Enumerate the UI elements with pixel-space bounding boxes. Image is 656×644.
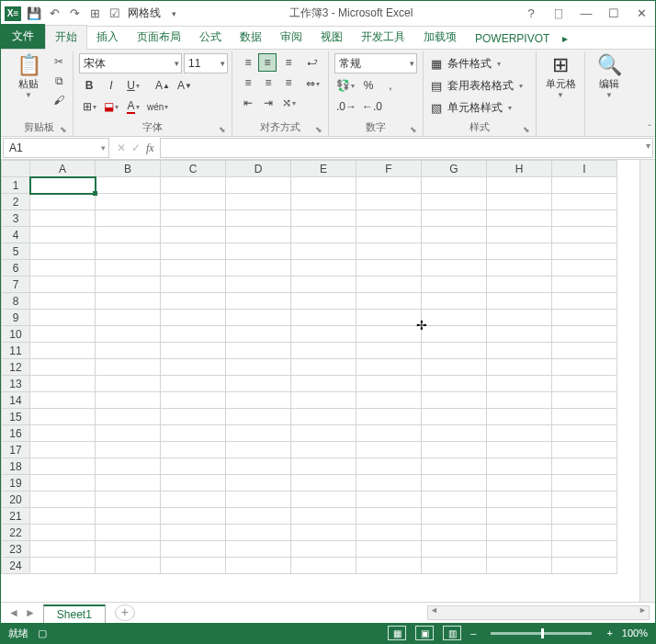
zoom-slider[interactable] — [491, 632, 592, 635]
zoom-out-button[interactable]: – — [470, 627, 476, 638]
cell[interactable] — [96, 227, 161, 243]
shrink-font-button[interactable]: A▼ — [175, 76, 195, 95]
cell[interactable] — [422, 243, 487, 260]
row-header[interactable]: 10 — [2, 326, 30, 343]
number-format-combo[interactable]: 常规 — [334, 53, 417, 73]
row-header[interactable]: 14 — [2, 392, 30, 409]
cell[interactable] — [30, 508, 96, 525]
cell[interactable] — [161, 475, 226, 491]
cell[interactable] — [161, 458, 226, 475]
cell[interactable] — [161, 177, 226, 194]
phonetic-button[interactable]: wén — [145, 97, 170, 116]
cell-styles-button[interactable]: ▧ 单元格样式▾ — [429, 97, 512, 118]
cell[interactable] — [356, 359, 422, 376]
row-header[interactable]: 15 — [2, 409, 30, 425]
row-header[interactable]: 16 — [2, 425, 30, 442]
accounting-format-button[interactable]: 💱 — [334, 76, 356, 95]
cell[interactable] — [161, 326, 226, 343]
cell[interactable] — [30, 227, 96, 243]
cell[interactable] — [422, 376, 487, 392]
cell[interactable] — [291, 541, 356, 558]
cell[interactable] — [30, 458, 96, 475]
increase-indent-button[interactable]: ⇥ — [258, 94, 278, 112]
cell[interactable] — [487, 458, 552, 475]
align-middle-button[interactable]: ≡ — [258, 53, 277, 72]
save-icon[interactable]: 💾 — [27, 6, 41, 21]
cell[interactable] — [291, 326, 356, 343]
select-all-corner[interactable] — [2, 161, 30, 177]
cell[interactable] — [552, 243, 617, 260]
cell[interactable] — [422, 194, 487, 210]
cell[interactable] — [30, 475, 96, 491]
cell[interactable] — [422, 491, 487, 508]
cell[interactable] — [96, 508, 161, 525]
cell[interactable] — [356, 343, 422, 359]
cell[interactable] — [96, 475, 161, 491]
cell[interactable] — [161, 409, 226, 425]
tab-data[interactable]: 数据 — [231, 26, 271, 49]
cell[interactable] — [356, 392, 422, 409]
cells-button[interactable]: ⊞ 单元格 ▼ — [542, 53, 579, 101]
cell[interactable] — [96, 210, 161, 227]
cell[interactable] — [422, 277, 487, 293]
cell[interactable] — [552, 359, 617, 376]
cell[interactable] — [422, 326, 487, 343]
cell[interactable] — [291, 409, 356, 425]
add-sheet-button[interactable]: + — [115, 604, 135, 621]
cell[interactable] — [30, 277, 96, 293]
tab-insert[interactable]: 插入 — [87, 26, 128, 49]
cell[interactable] — [96, 409, 161, 425]
cell[interactable] — [30, 558, 96, 574]
cell[interactable] — [96, 491, 161, 508]
cell[interactable] — [291, 260, 356, 277]
cell[interactable] — [96, 442, 161, 458]
row-header[interactable]: 12 — [2, 359, 30, 376]
cell[interactable] — [552, 177, 617, 194]
cell[interactable] — [96, 177, 161, 194]
cell[interactable] — [291, 425, 356, 442]
zoom-in-button[interactable]: + — [606, 627, 612, 638]
cell[interactable] — [356, 442, 422, 458]
cell[interactable] — [161, 310, 226, 326]
cell[interactable] — [487, 326, 552, 343]
bold-button[interactable]: B — [79, 76, 99, 95]
cell[interactable] — [552, 558, 617, 574]
cell[interactable] — [487, 508, 552, 525]
tab-formulas[interactable]: 公式 — [190, 26, 231, 49]
wrap-text-button[interactable]: ⮐ — [302, 53, 322, 72]
cell[interactable] — [30, 376, 96, 392]
cell[interactable] — [226, 525, 291, 541]
cell[interactable] — [30, 491, 96, 508]
cell[interactable] — [226, 194, 291, 210]
cell[interactable] — [161, 508, 226, 525]
cell[interactable] — [356, 425, 422, 442]
cell[interactable] — [422, 541, 487, 558]
cell[interactable] — [226, 458, 291, 475]
cell[interactable] — [30, 409, 96, 425]
cell[interactable] — [487, 243, 552, 260]
cell[interactable] — [291, 359, 356, 376]
cell[interactable] — [552, 491, 617, 508]
font-size-combo[interactable]: 11 — [184, 53, 228, 73]
grow-font-button[interactable]: A▲ — [153, 76, 173, 95]
cell[interactable] — [291, 343, 356, 359]
editing-button[interactable]: 🔍 编辑 ▼ — [591, 53, 628, 101]
border-button[interactable]: ⊞ — [79, 97, 99, 116]
qat-customize-icon[interactable]: ▾ — [166, 6, 181, 21]
cell[interactable] — [422, 359, 487, 376]
macro-record-icon[interactable]: ▢ — [38, 627, 47, 639]
cell[interactable] — [552, 310, 617, 326]
row-header[interactable]: 19 — [2, 475, 30, 491]
cell[interactable] — [30, 260, 96, 277]
cell[interactable] — [161, 525, 226, 541]
tab-home[interactable]: 开始 — [45, 25, 87, 50]
cell[interactable] — [30, 525, 96, 541]
cell[interactable] — [291, 508, 356, 525]
cell[interactable] — [487, 177, 552, 194]
row-header[interactable]: 18 — [2, 458, 30, 475]
decrease-indent-button[interactable]: ⇤ — [238, 94, 258, 112]
cell[interactable] — [552, 525, 617, 541]
cell[interactable] — [30, 425, 96, 442]
cell[interactable] — [356, 558, 422, 574]
cell[interactable] — [487, 227, 552, 243]
